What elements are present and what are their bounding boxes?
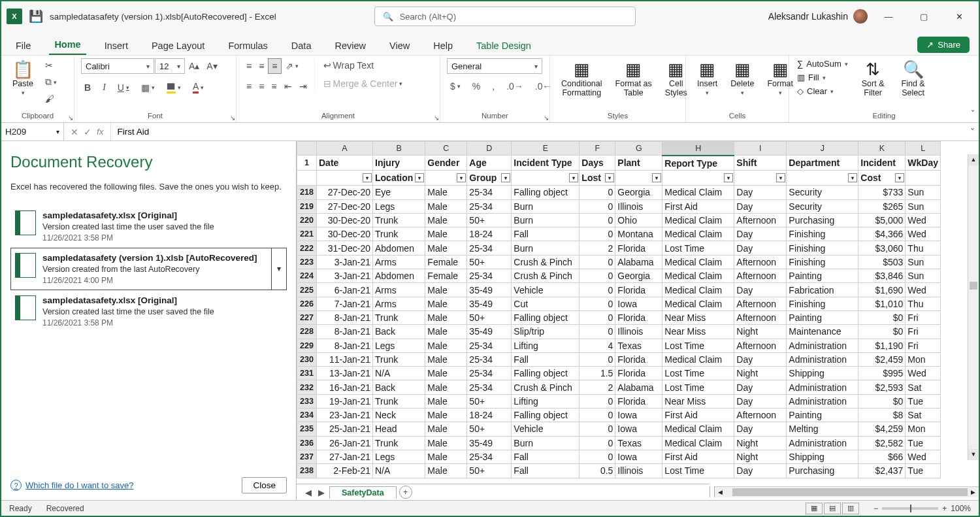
cell[interactable]: 2 [580,241,615,255]
cell[interactable]: Trunk [373,227,425,241]
cell[interactable]: Tue [906,436,941,450]
cell[interactable]: Crush & Pinch [512,380,580,394]
zoom-slider[interactable] [882,507,938,510]
row-header[interactable]: 236 [297,436,317,450]
cell[interactable]: First Aid [662,199,734,213]
table-header-cell[interactable]: Shift [734,156,787,171]
cell[interactable]: 0 [580,436,615,450]
comma-format-icon[interactable]: , [489,79,498,93]
cell[interactable]: Iowa [615,409,662,422]
cell[interactable]: 7-Jan-21 [317,297,373,310]
col-header[interactable]: L [906,142,941,156]
cell[interactable]: Male [425,380,467,394]
table-header-cell[interactable]: Injury [373,156,425,171]
cell[interactable]: Tue [906,464,941,478]
tab-home[interactable]: Home [49,35,86,55]
col-header[interactable]: J [787,142,858,156]
close-window-button[interactable]: ✕ [945,7,973,26]
copy-icon[interactable]: ⧉ ▾ [42,75,60,90]
clear-button[interactable]: ◇Clear ▾ [796,86,849,97]
cell[interactable]: Medical Claim [662,213,734,227]
row-header[interactable]: 218 [297,186,317,199]
recovery-close-button[interactable]: Close [242,477,287,493]
cell[interactable]: $1,010 [858,297,906,310]
cell[interactable]: Day [734,394,787,408]
zoom-in-icon[interactable]: + [942,504,947,513]
cell[interactable]: Lifting [512,339,580,352]
cell[interactable]: 25-34 [467,199,512,213]
cell[interactable]: $733 [858,186,906,199]
page-layout-view-icon[interactable]: ▤ [824,503,841,514]
cell[interactable]: Male [425,213,467,227]
cell[interactable]: Abdomen [373,269,425,283]
cell[interactable]: Sun [906,255,941,269]
tab-split-handle[interactable] [710,486,715,497]
align-left-icon[interactable]: ≡ [243,79,255,93]
tab-help[interactable]: Help [428,37,458,55]
cell[interactable]: Day [734,422,787,436]
cell[interactable]: $1,190 [858,339,906,352]
row-header[interactable]: 1 [297,156,317,171]
cell[interactable]: N/A [373,367,425,380]
row-header[interactable] [297,171,317,186]
cell[interactable]: $2,593 [858,380,906,394]
name-box[interactable]: H209▾ [1,123,64,141]
filter-dropdown-icon[interactable]: ▾ [776,173,785,182]
cell[interactable]: Male [425,394,467,408]
cell[interactable]: 4 [580,339,615,352]
number-dialog-launcher[interactable]: ↘ [544,114,549,122]
row-header[interactable]: 231 [297,367,317,380]
cell[interactable]: Montana [615,227,662,241]
cell[interactable]: 19-Jan-21 [317,394,373,408]
cell[interactable]: $2,437 [858,464,906,478]
cell[interactable]: Florida [615,310,662,324]
col-header[interactable]: I [734,142,787,156]
cell[interactable]: Male [425,310,467,324]
col-header[interactable]: A [317,142,373,156]
collapse-ribbon-icon[interactable]: ˅ [971,109,975,118]
cell[interactable]: $995 [858,367,906,380]
cell[interactable]: Texas [615,339,662,352]
increase-font-icon[interactable]: A▴ [186,59,203,73]
page-break-view-icon[interactable]: ▥ [842,503,859,514]
table-header-cell[interactable]: Cost▾ [858,171,906,186]
cell[interactable]: 25-34 [467,367,512,380]
cell[interactable]: Male [425,186,467,199]
cell[interactable]: 8-Jan-21 [317,325,373,339]
cell[interactable]: Near Miss [662,394,734,408]
cell[interactable]: Male [425,464,467,478]
col-header[interactable]: H [662,142,734,156]
cell[interactable]: Wed [906,367,941,380]
user-account[interactable]: Aleksandr Lukashin [768,9,868,24]
row-header[interactable]: 222 [297,241,317,255]
col-header[interactable]: F [580,142,615,156]
cell[interactable]: Burn [512,436,580,450]
cell[interactable]: Vehicle [512,422,580,436]
cell[interactable]: Night [734,436,787,450]
row-header[interactable]: 238 [297,464,317,478]
cell[interactable]: Ohio [615,213,662,227]
cell[interactable]: Illinois [615,464,662,478]
cell[interactable]: Medical Claim [662,422,734,436]
cell[interactable]: 0 [580,186,615,199]
cell[interactable]: $0 [858,394,906,408]
cell[interactable]: 23-Jan-21 [317,409,373,422]
cell[interactable]: Day [734,199,787,213]
cell[interactable]: Georgia [615,186,662,199]
cell[interactable]: 35-49 [467,297,512,310]
font-dialog-launcher[interactable]: ↘ [230,114,235,122]
cell[interactable]: 50+ [467,464,512,478]
cell[interactable]: $2,582 [858,436,906,450]
filter-dropdown-icon[interactable]: ▾ [569,173,578,182]
row-header[interactable]: 229 [297,339,317,352]
cell[interactable]: Medical Claim [662,283,734,297]
filter-dropdown-icon[interactable]: ▾ [652,173,661,182]
cell[interactable]: 8-Jan-21 [317,339,373,352]
cell[interactable]: 0 [580,255,615,269]
conditional-formatting-button[interactable]: ▦Conditional Formatting [557,58,607,100]
filter-dropdown-icon[interactable]: ▾ [363,173,372,182]
recovery-help-link[interactable]: ?Which file do I want to save? [10,480,133,491]
tab-review[interactable]: Review [329,37,371,55]
row-header[interactable]: 234 [297,409,317,422]
cell[interactable]: 6-Jan-21 [317,283,373,297]
